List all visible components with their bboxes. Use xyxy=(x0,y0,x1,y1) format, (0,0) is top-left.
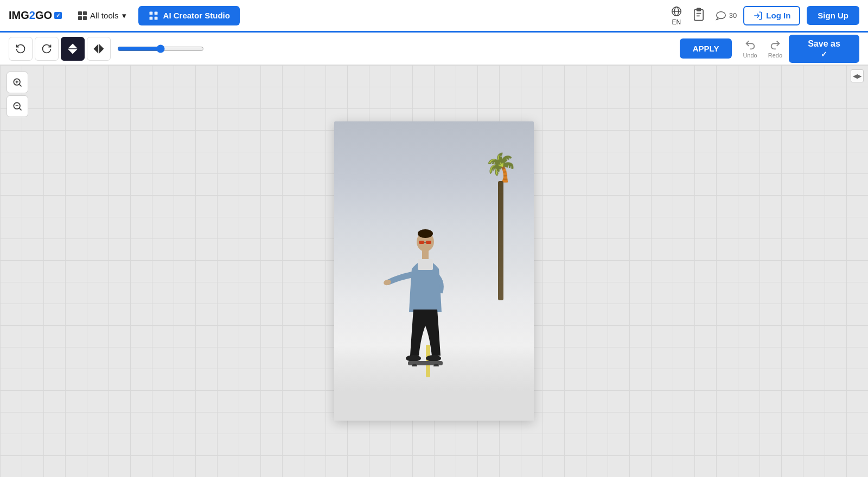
adjustment-slider[interactable] xyxy=(117,44,204,53)
svg-marker-12 xyxy=(69,49,76,53)
lang-code: EN xyxy=(672,18,681,26)
flip-vertical-icon xyxy=(67,43,78,54)
rotate-right-icon xyxy=(41,43,52,54)
svg-point-26 xyxy=(418,229,433,238)
zoom-controls xyxy=(7,72,28,117)
svg-rect-27 xyxy=(418,259,433,270)
rotate-left-icon xyxy=(15,43,26,54)
language-button[interactable]: EN xyxy=(671,5,682,26)
svg-rect-1 xyxy=(154,11,157,15)
svg-point-9 xyxy=(717,11,726,18)
redo-icon xyxy=(769,39,781,51)
signup-label: Sign Up xyxy=(818,11,848,20)
chevron-down-icon: ✓ xyxy=(821,50,827,59)
person-figure xyxy=(382,225,469,366)
zoom-out-icon xyxy=(12,101,23,112)
undo-label: Undo xyxy=(743,52,757,59)
undo-button[interactable]: Undo xyxy=(738,37,761,61)
palm-trunk xyxy=(498,181,503,300)
undo-redo-group: Undo Redo xyxy=(738,37,787,61)
chat-icon xyxy=(715,10,727,22)
svg-line-16 xyxy=(20,85,22,87)
apply-label: APPLY xyxy=(693,44,719,53)
clipboard-icon xyxy=(691,7,706,22)
flip-vertical-button[interactable] xyxy=(61,37,85,61)
login-label: Log In xyxy=(766,11,790,20)
logo-text-img: IMG xyxy=(9,9,29,22)
svg-rect-23 xyxy=(419,241,424,244)
svg-marker-14 xyxy=(100,45,104,52)
grid-icon xyxy=(78,11,87,20)
svg-marker-13 xyxy=(94,45,98,52)
palm-tree: 🌴 xyxy=(484,154,518,300)
palm-fronds: 🌴 xyxy=(484,154,518,181)
apply-button[interactable]: APPLY xyxy=(680,38,732,59)
svg-marker-11 xyxy=(69,44,76,48)
save-as-button[interactable]: Save as ✓ xyxy=(789,35,859,63)
login-icon xyxy=(753,11,763,21)
svg-rect-34 xyxy=(422,250,429,259)
globe-icon xyxy=(671,5,682,17)
ai-studio-icon xyxy=(148,10,159,21)
undo-icon xyxy=(744,39,756,51)
redo-button[interactable]: Redo xyxy=(764,37,787,61)
chevron-down-icon: ▾ xyxy=(122,11,126,21)
canvas-area: ◀▶ 🌴 xyxy=(0,65,868,477)
svg-rect-2 xyxy=(149,16,152,20)
canvas-image: 🌴 xyxy=(334,121,534,421)
svg-line-20 xyxy=(20,108,22,111)
collapse-icon: ◀▶ xyxy=(853,73,861,80)
flip-horizontal-button[interactable] xyxy=(87,37,111,61)
image-container: 🌴 xyxy=(334,121,534,421)
svg-rect-8 xyxy=(697,8,700,11)
logo-badge: ✓ xyxy=(54,12,62,19)
logo[interactable]: IMG 2 GO ✓ xyxy=(9,9,62,22)
chat-count: 30 xyxy=(729,11,737,20)
logo-text-go: GO xyxy=(35,9,52,22)
redo-label: Redo xyxy=(768,52,782,59)
collapse-panel-button[interactable]: ◀▶ xyxy=(851,69,864,82)
ai-studio-label: AI Creator Studio xyxy=(163,11,230,20)
chat-button[interactable]: 30 xyxy=(715,10,737,22)
signup-button[interactable]: Sign Up xyxy=(807,6,859,25)
all-tools-button[interactable]: All tools ▾ xyxy=(73,8,132,24)
all-tools-label: All tools xyxy=(90,11,119,20)
login-button[interactable]: Log In xyxy=(743,6,800,25)
edit-toolbar: APPLY Undo Redo Save as ✓ xyxy=(0,33,868,65)
rotate-right-button[interactable] xyxy=(35,37,59,61)
save-as-label: Save as xyxy=(808,39,840,49)
svg-point-29 xyxy=(406,355,421,362)
rotate-left-button[interactable] xyxy=(9,37,33,61)
zoom-in-icon xyxy=(12,77,23,88)
svg-rect-24 xyxy=(426,241,431,244)
logo-text-two: 2 xyxy=(29,9,35,22)
flip-horizontal-icon xyxy=(93,43,104,54)
clipboard-button[interactable] xyxy=(689,5,709,26)
svg-rect-0 xyxy=(149,11,152,15)
ai-creator-studio-button[interactable]: AI Creator Studio xyxy=(138,6,240,25)
svg-rect-3 xyxy=(154,16,157,20)
zoom-in-button[interactable] xyxy=(7,72,28,93)
svg-point-30 xyxy=(426,355,441,362)
zoom-out-button[interactable] xyxy=(7,95,28,117)
top-navigation: IMG 2 GO ✓ All tools ▾ AI Creator Studio… xyxy=(0,0,868,33)
adjustment-slider-container xyxy=(117,44,204,53)
